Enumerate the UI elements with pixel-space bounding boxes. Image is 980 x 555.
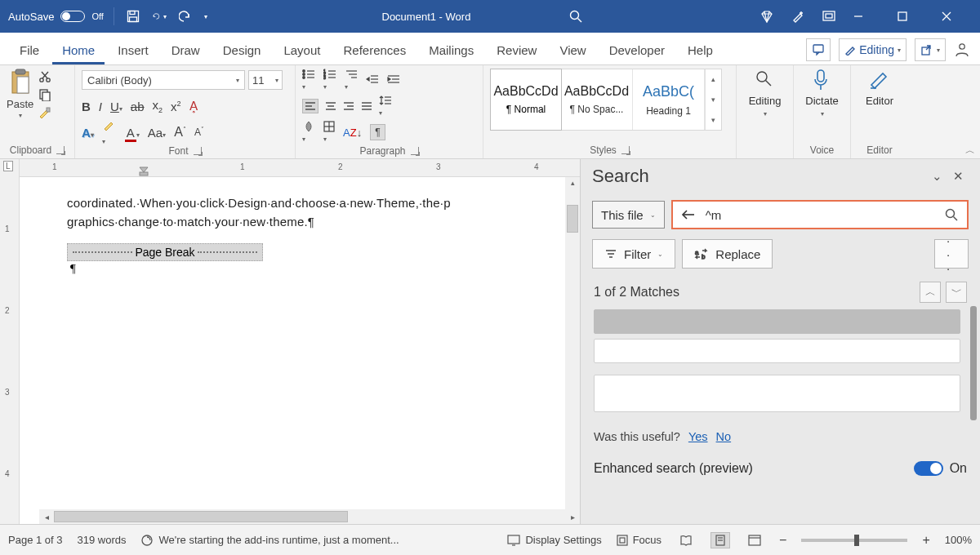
search-icon[interactable] xyxy=(568,9,583,24)
undo-icon[interactable]: ▾ xyxy=(152,9,167,24)
next-match-button[interactable]: ﹀ xyxy=(946,282,967,303)
highlight-icon[interactable]: ▾ xyxy=(102,119,117,146)
zoom-out-button[interactable]: − xyxy=(779,533,786,548)
paste-icon[interactable] xyxy=(8,69,33,96)
increase-indent-icon[interactable] xyxy=(387,74,400,86)
bullets-icon[interactable]: ▾ xyxy=(302,69,315,91)
print-layout-view-icon[interactable] xyxy=(710,532,730,548)
editing-button[interactable]: Editing ▾ xyxy=(743,69,786,118)
show-marks-icon[interactable]: ¶ xyxy=(370,124,385,140)
borders-icon[interactable]: ▾ xyxy=(323,121,335,144)
tab-references[interactable]: References xyxy=(333,37,416,64)
account-icon[interactable] xyxy=(954,42,970,58)
tab-help[interactable]: Help xyxy=(678,37,723,64)
underline-button[interactable]: U▾ xyxy=(110,100,122,113)
zoom-level[interactable]: 100% xyxy=(945,534,972,546)
zoom-in-button[interactable]: + xyxy=(922,533,929,548)
font-name-combo[interactable]: Calibri (Body)▾ xyxy=(82,70,245,90)
search-result-item[interactable] xyxy=(594,309,960,334)
dialog-launcher-icon[interactable] xyxy=(56,146,65,154)
numbering-icon[interactable]: 123▾ xyxy=(323,69,336,91)
enhanced-search-toggle[interactable] xyxy=(914,461,943,476)
grow-font-icon[interactable]: A˄ xyxy=(174,125,186,140)
tab-mailings[interactable]: Mailings xyxy=(419,37,483,64)
replace-button[interactable]: ab Replace xyxy=(682,239,773,269)
vertical-scrollbar[interactable]: ▴ xyxy=(565,177,580,509)
horizontal-ruler[interactable]: 1 1 2 3 4 xyxy=(20,159,580,177)
scrollbar-thumb[interactable] xyxy=(567,205,578,233)
web-layout-view-icon[interactable] xyxy=(745,532,764,548)
line-spacing-icon[interactable]: ▾ xyxy=(379,95,392,118)
more-options-button[interactable]: · · · xyxy=(934,239,969,269)
change-case-icon[interactable]: Aa▾ xyxy=(148,126,166,140)
editing-mode-button[interactable]: Editing ▾ xyxy=(839,38,906,61)
tab-home[interactable]: Home xyxy=(52,37,105,64)
text-effects-icon[interactable]: A▾ xyxy=(82,126,94,140)
font-color-icon[interactable]: A▾ xyxy=(125,126,140,140)
horizontal-scrollbar[interactable]: ◂ ▸ xyxy=(39,509,580,524)
tab-selector-icon[interactable]: L xyxy=(3,161,13,171)
align-center-icon[interactable] xyxy=(325,101,336,111)
cut-icon[interactable] xyxy=(38,70,51,83)
focus-mode-button[interactable]: Focus xyxy=(617,534,662,546)
search-icon[interactable] xyxy=(944,207,959,222)
diamond-premium-icon[interactable] xyxy=(760,9,774,24)
italic-button[interactable]: I xyxy=(99,100,102,113)
bold-button[interactable]: B xyxy=(82,100,91,113)
search-result-item[interactable] xyxy=(594,375,960,412)
align-left-icon[interactable] xyxy=(302,99,318,113)
autosave-toggle[interactable]: AutoSave Off xyxy=(0,11,112,23)
maximize-button[interactable] xyxy=(897,11,924,22)
feedback-yes-link[interactable]: Yes xyxy=(688,430,708,443)
scrollbar-thumb[interactable] xyxy=(54,511,348,522)
display-settings-button[interactable]: Display Settings xyxy=(507,534,601,546)
read-mode-view-icon[interactable] xyxy=(676,532,696,548)
close-icon[interactable]: ✕ xyxy=(947,169,969,184)
search-scope-dropdown[interactable]: This file⌄ xyxy=(592,201,665,229)
style-normal[interactable]: AaBbCcDd ¶ Normal xyxy=(490,69,562,131)
font-size-combo[interactable]: 11▾ xyxy=(248,70,283,90)
format-painter-icon[interactable] xyxy=(38,106,51,119)
shading-icon[interactable]: ▾ xyxy=(302,121,315,144)
share-button[interactable]: ▾ xyxy=(915,38,946,61)
tab-file[interactable]: File xyxy=(10,37,49,64)
style-heading1[interactable]: AaBbC( Heading 1 xyxy=(633,69,705,130)
page-number-status[interactable]: Page 1 of 3 xyxy=(8,534,63,546)
tab-layout[interactable]: Layout xyxy=(274,37,330,64)
shrink-font-icon[interactable]: A˅ xyxy=(194,127,204,138)
justify-icon[interactable] xyxy=(361,101,372,111)
collapse-ribbon-icon[interactable]: ︿ xyxy=(960,142,980,158)
filter-button[interactable]: Filter⌄ xyxy=(592,239,675,269)
copy-icon[interactable] xyxy=(38,88,51,101)
multilevel-list-icon[interactable]: ▾ xyxy=(345,69,358,91)
tab-review[interactable]: Review xyxy=(487,37,546,64)
dialog-launcher-icon[interactable] xyxy=(411,147,419,155)
align-right-icon[interactable] xyxy=(343,101,354,111)
zoom-slider[interactable] xyxy=(801,539,907,542)
comments-button[interactable] xyxy=(806,38,831,61)
redo-icon[interactable] xyxy=(178,9,193,24)
word-count-status[interactable]: 319 words xyxy=(78,534,127,546)
superscript-button[interactable]: x2 xyxy=(171,100,181,113)
dialog-launcher-icon[interactable] xyxy=(194,147,202,155)
tab-design[interactable]: Design xyxy=(213,37,271,64)
search-result-item[interactable] xyxy=(594,339,960,363)
tab-view[interactable]: View xyxy=(550,37,595,64)
results-scrollbar[interactable] xyxy=(970,306,977,420)
coming-soon-icon[interactable] xyxy=(791,9,805,24)
search-input[interactable]: ^m xyxy=(671,200,969,229)
style-no-spacing[interactable]: AaBbCcDd ¶ No Spac... xyxy=(561,69,633,130)
dialog-launcher-icon[interactable] xyxy=(621,146,630,154)
first-line-indent-icon[interactable] xyxy=(139,166,149,176)
chevron-down-icon[interactable]: ⌄ xyxy=(926,169,947,184)
editor-button[interactable]: Editor xyxy=(858,69,902,107)
vertical-ruler[interactable]: L 1 2 3 4 xyxy=(0,159,20,524)
tab-draw[interactable]: Draw xyxy=(162,37,210,64)
minimize-button[interactable] xyxy=(853,11,880,22)
ribbon-display-icon[interactable] xyxy=(822,9,836,24)
subscript-button[interactable]: x2 xyxy=(153,98,163,114)
prev-match-button[interactable]: ︿ xyxy=(920,282,941,303)
save-icon[interactable] xyxy=(126,9,140,24)
back-arrow-icon[interactable] xyxy=(681,208,696,221)
qat-customize-icon[interactable]: ▾ xyxy=(204,13,207,20)
